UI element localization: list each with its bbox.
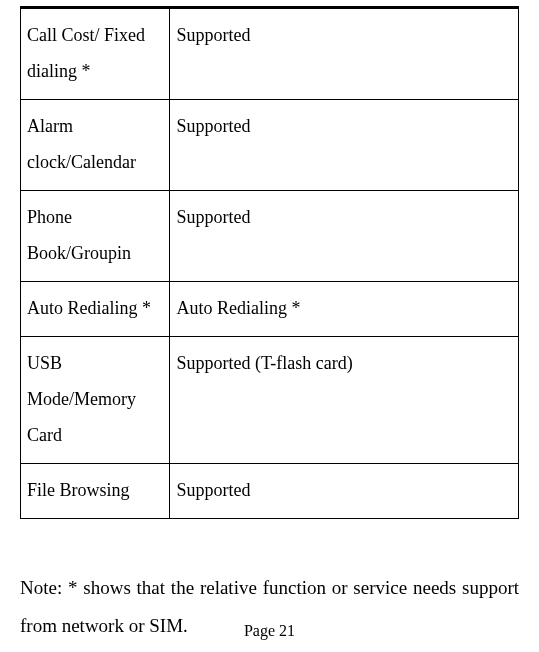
- value-cell: Supported: [170, 100, 519, 191]
- feature-cell: File Browsing: [21, 464, 170, 519]
- features-table: Call Cost/ Fixed dialing * Supported Ala…: [20, 8, 519, 519]
- value-cell: Supported: [170, 464, 519, 519]
- value-cell: Auto Redialing *: [170, 282, 519, 337]
- value-cell: Supported (T-flash card): [170, 337, 519, 464]
- table-row: Call Cost/ Fixed dialing * Supported: [21, 9, 519, 100]
- feature-cell: USB Mode/Memory Card: [21, 337, 170, 464]
- table-row: Alarm clock/Calendar Supported: [21, 100, 519, 191]
- feature-cell: Call Cost/ Fixed dialing *: [21, 9, 170, 100]
- feature-cell: Phone Book/Groupin: [21, 191, 170, 282]
- page-number: Page 21: [0, 622, 539, 640]
- feature-cell: Alarm clock/Calendar: [21, 100, 170, 191]
- table-row: USB Mode/Memory Card Supported (T-flash …: [21, 337, 519, 464]
- value-cell: Supported: [170, 9, 519, 100]
- table-row: File Browsing Supported: [21, 464, 519, 519]
- table-row: Phone Book/Groupin Supported: [21, 191, 519, 282]
- table-row: Auto Redialing * Auto Redialing *: [21, 282, 519, 337]
- value-cell: Supported: [170, 191, 519, 282]
- feature-cell: Auto Redialing *: [21, 282, 170, 337]
